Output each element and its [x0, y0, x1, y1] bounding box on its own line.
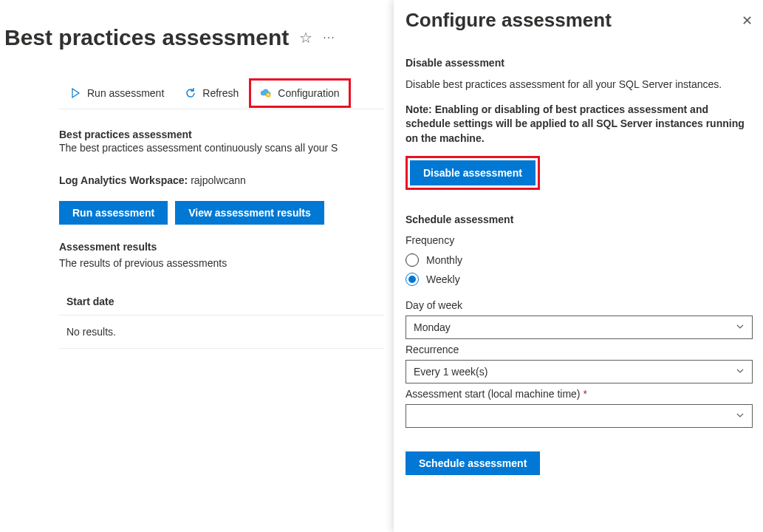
cloud-gear-icon	[260, 87, 272, 99]
view-results-button[interactable]: View assessment results	[175, 201, 324, 225]
frequency-radio-group: Monthly Weekly	[406, 250, 753, 289]
law-value: rajpolwcann	[191, 174, 246, 186]
more-icon[interactable]: ···	[323, 31, 335, 44]
refresh-icon	[185, 87, 196, 99]
configure-panel: Configure assessment ✕ Disable assessmen…	[394, 0, 763, 532]
required-asterisk: *	[583, 388, 586, 400]
content-area: Best practices assessment The best pract…	[0, 109, 384, 349]
refresh-command[interactable]: Refresh	[174, 77, 249, 109]
play-icon	[69, 87, 81, 99]
disable-note: Note: Enabling or disabling of best prac…	[406, 103, 753, 146]
panel-header: Configure assessment ✕	[406, 9, 753, 32]
disable-button-highlight: Disable assessment	[406, 156, 540, 190]
recurrence-value: Every 1 week(s)	[414, 366, 487, 378]
button-row: Run assessment View assessment results	[59, 201, 384, 225]
recurrence-label: Recurrence	[406, 344, 753, 355]
assessment-start-dropdown[interactable]	[406, 404, 753, 428]
frequency-weekly-option[interactable]: Weekly	[406, 270, 753, 289]
refresh-label: Refresh	[202, 87, 239, 99]
disable-assessment-button[interactable]: Disable assessment	[410, 160, 536, 185]
chevron-down-icon	[736, 366, 745, 378]
disable-desc: Disable best practices assessment for al…	[406, 78, 753, 92]
configuration-command[interactable]: Configuration	[249, 78, 350, 108]
run-label: Run assessment	[87, 87, 164, 99]
weekly-label: Weekly	[426, 273, 460, 285]
day-of-week-label: Day of week	[406, 299, 753, 311]
main-content: Best practices assessment ☆ ··· Run asse…	[0, 0, 384, 349]
svg-point-1	[267, 94, 269, 95]
schedule-section-title: Schedule assessment	[406, 214, 753, 225]
assessment-start-label: Assessment start (local machine time) *	[406, 388, 753, 400]
chevron-down-icon	[736, 321, 745, 333]
page-title: Best practices assessment	[4, 25, 289, 50]
run-assessment-button[interactable]: Run assessment	[59, 201, 168, 225]
start-date-column-header: Start date	[59, 288, 384, 316]
chevron-down-icon	[736, 410, 745, 422]
run-assessment-command[interactable]: Run assessment	[59, 77, 174, 109]
disable-section-title: Disable assessment	[406, 57, 753, 69]
day-of-week-dropdown[interactable]: Monday	[406, 316, 753, 339]
star-icon[interactable]: ☆	[299, 29, 312, 47]
panel-title: Configure assessment	[406, 9, 612, 32]
start-label-text: Assessment start (local machine time)	[406, 388, 581, 400]
toolbar: Run assessment Refresh Configuration	[59, 77, 384, 109]
monthly-label: Monthly	[426, 254, 462, 266]
radio-icon	[406, 253, 419, 267]
bpa-desc: The best practices assessment continuous…	[59, 142, 384, 154]
title-row: Best practices assessment ☆ ···	[0, 0, 384, 50]
workspace-row: Log Analytics Workspace: rajpolwcann	[59, 174, 384, 186]
bpa-heading: Best practices assessment	[59, 129, 384, 140]
no-results-text: No results.	[59, 316, 384, 349]
close-icon[interactable]: ✕	[742, 13, 753, 29]
recurrence-dropdown[interactable]: Every 1 week(s)	[406, 360, 753, 383]
radio-checked-icon	[406, 273, 419, 286]
assessment-results-heading: Assessment results	[59, 241, 384, 253]
schedule-assessment-button[interactable]: Schedule assessment	[406, 451, 540, 475]
law-label: Log Analytics Workspace:	[59, 174, 188, 186]
config-label: Configuration	[278, 87, 339, 99]
dow-value: Monday	[414, 321, 451, 333]
frequency-label: Frequency	[406, 234, 753, 246]
assessment-results-desc: The results of previous assessments	[59, 257, 384, 269]
frequency-monthly-option[interactable]: Monthly	[406, 250, 753, 270]
